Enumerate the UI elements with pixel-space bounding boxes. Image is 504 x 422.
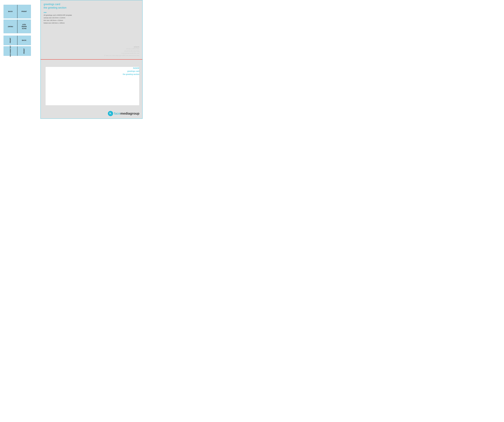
card-front-label-4: FRONT — [23, 48, 25, 54]
card-title-line2: the greeting section — [44, 6, 66, 9]
card-front-4: FRONT — [17, 46, 31, 56]
card-title: greetings card the greeting section — [44, 3, 139, 9]
card-back-inside-4: BACK INSIDE TEXT — [4, 46, 17, 56]
top-section: greetings card the greeting section size… — [41, 0, 142, 59]
card-row-1: BACK FRONT — [4, 5, 38, 18]
artwork-text: ideally a GREETING should be the only th… — [104, 48, 139, 57]
card-back-3: BACK — [17, 36, 31, 45]
card-back-inside-label-2: BACKINSIDETEXT — [22, 24, 27, 30]
artwork-line-4: IF that is so, then keep type within the… — [104, 54, 139, 57]
svg-point-1 — [109, 113, 110, 113]
card-back-inside-2: BACKINSIDETEXT — [17, 20, 31, 33]
card-front-1: FRONT — [17, 5, 31, 18]
card-row-4: BACK INSIDE TEXT FRONT — [4, 46, 38, 56]
card-front-label-1: FRONT — [22, 11, 27, 12]
card-front-3: FRONT — [4, 36, 17, 45]
bottom-section: INSIDE greetings card the greeting secti… — [41, 59, 142, 119]
inside-label: INSIDE greetings card the greeting secti… — [123, 67, 139, 76]
card-diagrams: BACK FRONT FRONT BACKINSIDETEXT FRONT BA… — [4, 5, 38, 56]
card-row-3: FRONT BACK — [4, 36, 38, 45]
artwork-line-3: to be printed inside this card — [104, 52, 139, 54]
size-detail-3: trim size 148.5mm x 210mm — [44, 19, 139, 22]
card-front-label-2: FRONT — [8, 25, 13, 27]
logo-icon — [108, 111, 113, 116]
logo-face: face — [114, 112, 120, 115]
logo-area: facemediagroup — [108, 111, 139, 116]
card-back-label-1: BACK — [8, 11, 13, 12]
size-detail-1: A6 greetings card LANDSCAPE template — [44, 14, 139, 17]
card-front-label-3: FRONT — [9, 38, 12, 43]
artwork-title: artwork — [104, 46, 139, 48]
card-front-2: FRONT — [4, 20, 17, 33]
logo-mediagroup: mediagroup — [120, 112, 139, 115]
size-label: size — [44, 12, 139, 13]
artwork-line-1: ideally a GREETING — [104, 48, 139, 50]
artwork-line-2: should be the only thing — [104, 50, 139, 52]
card-back-inside-label-4: BACK INSIDE TEXT — [10, 46, 11, 57]
card-title-line1: greetings card — [44, 3, 60, 6]
card-row-2: FRONT BACKINSIDETEXT — [4, 20, 38, 33]
left-panel: BACK FRONT FRONT BACKINSIDETEXT FRONT BA… — [0, 0, 40, 119]
artwork-block: artwork ideally a GREETING should be the… — [104, 46, 139, 57]
size-detail-4: folded size 148.5mm x 105mm — [44, 22, 139, 24]
right-panel: greetings card the greeting section size… — [40, 0, 143, 119]
logo-text: facemediagroup — [114, 112, 139, 115]
card-back-label-3: BACK — [22, 39, 26, 42]
svg-point-0 — [109, 112, 112, 115]
card-back-1: BACK — [4, 5, 17, 18]
inside-label-text-2: greetings card — [123, 70, 139, 73]
size-details: A6 greetings card LANDSCAPE template can… — [44, 14, 139, 24]
inside-label-text-3: the greeting section — [123, 73, 139, 76]
inside-label-text-1: INSIDE — [123, 67, 139, 70]
size-detail-2: canvas size 152.5mm x 214mm — [44, 17, 139, 19]
